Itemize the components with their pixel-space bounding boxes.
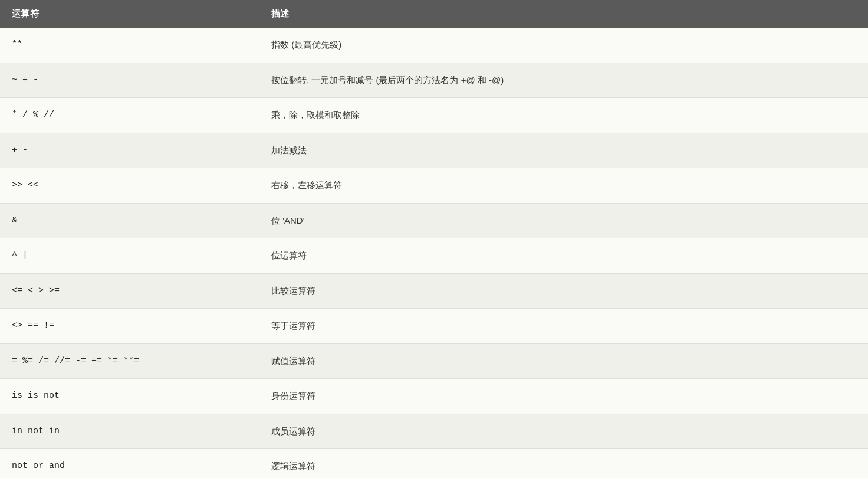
cell-operator: <= < > >= — [0, 273, 259, 309]
operators-table: 运算符 描述 **指数 (最高优先级)~ + -按位翻转, 一元加号和减号 (最… — [0, 0, 868, 478]
page-container: 运算符 描述 **指数 (最高优先级)~ + -按位翻转, 一元加号和减号 (最… — [0, 0, 868, 478]
cell-operator: * / % // — [0, 98, 259, 133]
table-row: + -加法减法 — [0, 133, 868, 168]
table-row: &位 'AND' — [0, 203, 868, 238]
table-row: **指数 (最高优先级) — [0, 28, 868, 63]
cell-operator: <> == != — [0, 309, 259, 344]
cell-operator: not or and — [0, 449, 259, 479]
table-row: not or and逻辑运算符 — [0, 449, 868, 479]
cell-operator: ^ | — [0, 238, 259, 274]
cell-operator: & — [0, 203, 259, 238]
cell-operator: ** — [0, 28, 259, 63]
table-row: <= < > >=比较运算符 — [0, 273, 868, 309]
cell-description: 等于运算符 — [259, 309, 868, 344]
table-row: in not in成员运算符 — [0, 414, 868, 449]
cell-description: 身份运算符 — [259, 379, 868, 414]
table-row: * / % //乘，除，取模和取整除 — [0, 98, 868, 133]
column-header-operator: 运算符 — [0, 0, 259, 28]
cell-description: 赋值运算符 — [259, 343, 868, 379]
cell-description: 位 'AND' — [259, 203, 868, 238]
cell-description: 加法减法 — [259, 133, 868, 168]
cell-operator: is is not — [0, 379, 259, 414]
table-row: <> == !=等于运算符 — [0, 309, 868, 344]
cell-operator: + - — [0, 133, 259, 168]
cell-description: 右移，左移运算符 — [259, 168, 868, 204]
cell-operator: >> << — [0, 168, 259, 204]
cell-description: 指数 (最高优先级) — [259, 28, 868, 63]
table-row: = %= /= //= -= += *= **=赋值运算符 — [0, 343, 868, 379]
cell-operator: = %= /= //= -= += *= **= — [0, 343, 259, 379]
table-row: >> <<右移，左移运算符 — [0, 168, 868, 204]
cell-description: 逻辑运算符 — [259, 449, 868, 479]
table-header-row: 运算符 描述 — [0, 0, 868, 28]
table-row: ^ |位运算符 — [0, 238, 868, 274]
cell-operator: in not in — [0, 414, 259, 449]
table-row: ~ + -按位翻转, 一元加号和减号 (最后两个的方法名为 +@ 和 -@) — [0, 63, 868, 98]
cell-description: 成员运算符 — [259, 414, 868, 449]
cell-description: 按位翻转, 一元加号和减号 (最后两个的方法名为 +@ 和 -@) — [259, 63, 868, 98]
cell-description: 乘，除，取模和取整除 — [259, 98, 868, 133]
cell-operator: ~ + - — [0, 63, 259, 98]
column-header-description: 描述 — [259, 0, 868, 28]
cell-description: 位运算符 — [259, 238, 868, 274]
table-row: is is not身份运算符 — [0, 379, 868, 414]
cell-description: 比较运算符 — [259, 273, 868, 309]
